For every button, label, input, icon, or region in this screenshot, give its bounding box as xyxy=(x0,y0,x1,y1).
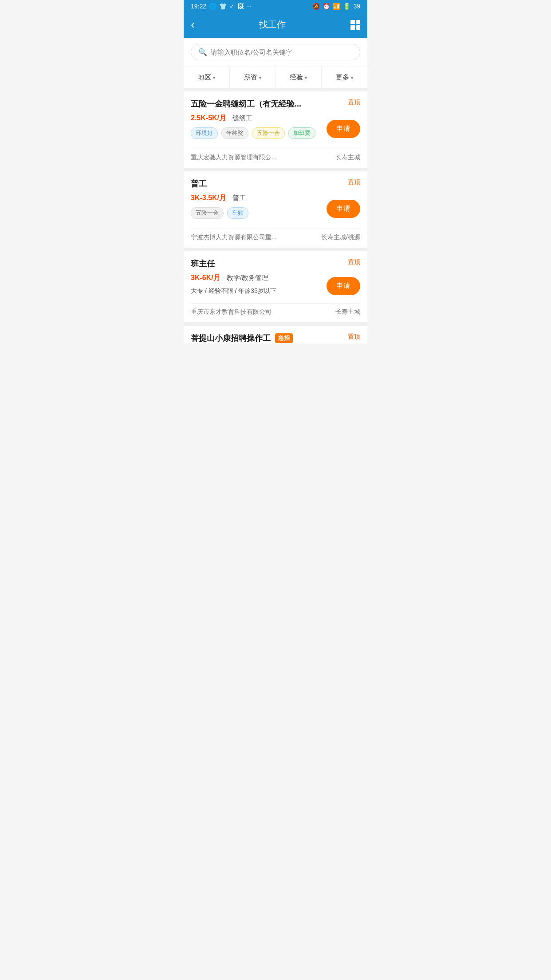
location: 长寿主城 xyxy=(335,154,360,162)
status-icon-notification: 🌐 xyxy=(209,3,216,10)
filter-more-label: 更多 xyxy=(336,73,349,82)
tag: 加班费 xyxy=(288,127,315,139)
company-name: 重庆宏驰人力资源管理有限公... xyxy=(191,154,331,162)
job-header: 普工 置顶 xyxy=(191,178,360,189)
search-input-wrap[interactable]: 🔍 xyxy=(191,44,360,60)
salary-type-group: 3K-6K/月 教学/教务管理 大专 / 经验不限 / 年龄35岁以下 xyxy=(191,273,276,299)
search-area: 🔍 xyxy=(184,38,367,67)
job-salary-row: 3K-6K/月 教学/教务管理 xyxy=(191,273,276,283)
main-content: 五险一金聘缝纫工（有无经验... 置顶 2.5K-5K/月 缝纫工 环境好 年终… xyxy=(184,91,367,344)
chevron-down-icon: ▾ xyxy=(351,75,353,80)
filter-salary-label: 薪资 xyxy=(244,73,257,82)
job-header: 五险一金聘缝纫工（有无经验... 置顶 xyxy=(191,99,360,109)
status-right: 🔕 ⏰ 📶 🔋 39 xyxy=(312,3,360,10)
filter-salary[interactable]: 薪资 ▾ xyxy=(230,67,276,88)
salary-type-group: 2.5K-5K/月 缝纫工 环境好 年终奖 五险一金 加班费 xyxy=(191,114,315,144)
status-icon-more: ··· xyxy=(246,3,252,10)
job-salary: 3K-3.5K/月 xyxy=(191,194,226,203)
divider xyxy=(184,248,367,251)
filter-bar: 地区 ▾ 薪资 ▾ 经验 ▾ 更多 ▾ xyxy=(184,67,367,88)
status-icon-image: 🖼 xyxy=(237,3,244,10)
job-header: 菩提山小康招聘操作工 急招 置顶 xyxy=(191,333,360,344)
status-icon-clock: ⏰ xyxy=(323,3,330,10)
job-header: 班主任 置顶 xyxy=(191,258,360,269)
pinned-label: 置顶 xyxy=(348,258,360,266)
tag: 五险一金 xyxy=(191,207,224,219)
salary-apply-row: 3K-3.5K/月 普工 五险一金 车贴 申请 xyxy=(191,194,360,224)
filter-experience[interactable]: 经验 ▾ xyxy=(276,67,322,88)
job-detail: 大专 / 经验不限 / 年龄35岁以下 xyxy=(191,287,276,295)
status-icon-check: ✓ xyxy=(229,3,235,10)
filter-area-label: 地区 xyxy=(198,73,211,82)
job-salary-row: 2.5K-5K/月 缝纫工 xyxy=(191,114,315,123)
divider xyxy=(184,322,367,326)
status-bar: 19:22 🌐 👕 ✓ 🖼 ··· 🔕 ⏰ 📶 🔋 39 xyxy=(184,0,367,12)
filter-experience-label: 经验 xyxy=(290,73,303,82)
tag: 环境好 xyxy=(191,127,218,139)
tags-row: 五险一金 车贴 xyxy=(191,207,248,219)
apply-button[interactable]: 申请 xyxy=(327,120,360,138)
tag: 五险一金 xyxy=(252,127,285,139)
chevron-down-icon: ▾ xyxy=(305,75,307,80)
urgent-badge: 急招 xyxy=(275,333,293,343)
job-title: 班主任 xyxy=(191,258,343,269)
status-time: 19:22 xyxy=(191,3,206,10)
tag: 年终奖 xyxy=(221,127,248,139)
chevron-down-icon: ▾ xyxy=(213,75,215,80)
back-button[interactable]: ‹ xyxy=(191,18,195,32)
status-battery-level: 39 xyxy=(353,3,360,10)
company-row: 重庆市东才教育科技有限公司 长寿主城 xyxy=(191,303,360,322)
job-salary: 2.5K-5K/月 xyxy=(191,114,226,123)
salary-apply-row: 3K-6K/月 教学/教务管理 大专 / 经验不限 / 年龄35岁以下 申请 xyxy=(191,273,360,299)
grid-view-button[interactable] xyxy=(350,20,360,30)
job-title: 菩提山小康招聘操作工 xyxy=(191,333,271,344)
job-title: 五险一金聘缝纫工（有无经验... xyxy=(191,99,343,109)
status-icon-battery: 🔋 xyxy=(343,3,350,10)
page-title: 找工作 xyxy=(195,19,350,31)
job-salary: 3K-6K/月 xyxy=(191,273,220,283)
divider xyxy=(184,88,367,91)
chevron-down-icon: ▾ xyxy=(259,75,261,80)
job-card: 班主任 置顶 3K-6K/月 教学/教务管理 大专 / 经验不限 / 年龄35岁… xyxy=(184,251,367,322)
tag: 车贴 xyxy=(227,207,248,219)
search-input[interactable] xyxy=(211,48,353,56)
company-name: 重庆市东才教育科技有限公司 xyxy=(191,308,331,316)
apply-button[interactable]: 申请 xyxy=(327,277,360,295)
company-row: 宁波杰博人力资源有限公司重... 长寿主城/桃源 xyxy=(191,229,360,248)
filter-more[interactable]: 更多 ▾ xyxy=(322,67,367,88)
job-type: 普工 xyxy=(232,194,246,202)
status-icon-mute: 🔕 xyxy=(312,3,320,10)
location: 长寿主城 xyxy=(335,308,360,316)
location: 长寿主城/桃源 xyxy=(321,233,360,241)
company-name: 宁波杰博人力资源有限公司重... xyxy=(191,233,317,241)
job-salary-row: 3K-3.5K/月 普工 xyxy=(191,194,248,203)
header: ‹ 找工作 xyxy=(184,12,367,38)
job-card: 五险一金聘缝纫工（有无经验... 置顶 2.5K-5K/月 缝纫工 环境好 年终… xyxy=(184,91,367,168)
pinned-label: 置顶 xyxy=(348,178,360,186)
job-card: 普工 置顶 3K-3.5K/月 普工 五险一金 车贴 申请 宁波杰博人力资源有限… xyxy=(184,171,367,248)
company-row: 重庆宏驰人力资源管理有限公... 长寿主城 xyxy=(191,149,360,168)
job-detail-row: 大专 / 经验不限 / 年龄35岁以下 xyxy=(191,287,276,295)
job-card-partial: 菩提山小康招聘操作工 急招 置顶 xyxy=(184,326,367,344)
salary-apply-row: 2.5K-5K/月 缝纫工 环境好 年终奖 五险一金 加班费 申请 xyxy=(191,114,360,144)
divider xyxy=(184,168,367,171)
tags-row: 环境好 年终奖 五险一金 加班费 xyxy=(191,127,315,139)
apply-button[interactable]: 申请 xyxy=(327,200,360,218)
pinned-label: 置顶 xyxy=(348,333,360,341)
pinned-label: 置顶 xyxy=(348,99,360,107)
job-title-partial: 菩提山小康招聘操作工 急招 xyxy=(191,333,293,344)
job-title: 普工 xyxy=(191,178,343,189)
job-type: 缝纫工 xyxy=(232,114,252,122)
job-type: 教学/教务管理 xyxy=(227,274,268,282)
search-icon: 🔍 xyxy=(198,48,207,56)
salary-type-group: 3K-3.5K/月 普工 五险一金 车贴 xyxy=(191,194,248,224)
status-icon-wifi: 📶 xyxy=(333,3,340,10)
status-icon-shirt: 👕 xyxy=(219,3,227,10)
filter-area[interactable]: 地区 ▾ xyxy=(184,67,230,88)
status-left: 19:22 🌐 👕 ✓ 🖼 ··· xyxy=(191,3,252,10)
